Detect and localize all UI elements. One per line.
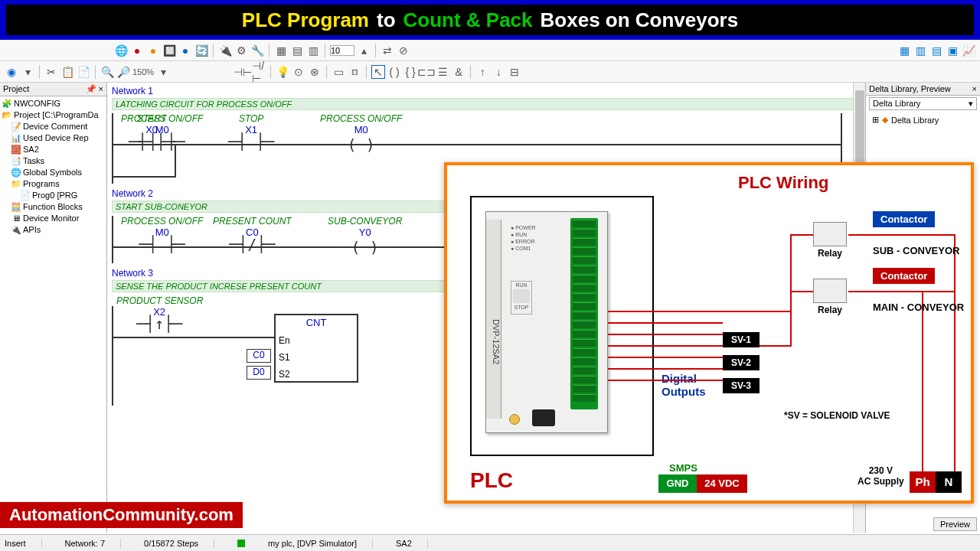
box-icon[interactable]: ▭ [332,65,345,79]
plc-jack [509,414,520,425]
tree-item[interactable]: 🌐Global Symbols [2,167,105,178]
gnd-box: GND [658,474,697,493]
zoom-caret-icon[interactable]: ▾ [156,65,170,79]
tree-item[interactable]: 🖥Device Monitor [2,213,105,224]
zoom-out-icon[interactable]: 🔎 [116,65,130,79]
banner-w4: Boxes on Conveyors [541,8,739,32]
record-icon[interactable]: ◉ [5,65,18,79]
win3-icon[interactable]: ▤ [929,44,943,57]
plc-label: PLC [470,468,513,493]
copy-icon[interactable]: 📋 [60,65,74,79]
plc-terminals [570,218,598,409]
zoom-in-icon[interactable]: 🔍 [100,65,114,79]
status-cpu: SA2 [396,539,428,548]
cursor-icon[interactable]: ↖ [371,65,385,79]
lib-root-item[interactable]: ⊞◆Delta Library [866,112,980,128]
vdc-box: 24 VDC [697,474,747,493]
connect-icon[interactable]: ⇄ [381,44,394,57]
contact-no-icon[interactable]: ─┤ ├─ [121,135,203,148]
preview-tab[interactable]: Preview [933,517,977,531]
gear-icon[interactable]: ⚙ [234,44,248,57]
coil-icon[interactable]: ─( )─ [320,135,402,154]
orange-dot-icon[interactable]: ● [146,44,160,57]
wire-up-icon[interactable]: ↑ [475,65,489,79]
globe-icon[interactable]: 🌐 [114,44,128,57]
spin-up-icon[interactable]: ▴ [357,44,371,57]
contact-no-icon[interactable]: ─┤ ├─ [121,238,203,250]
status-network: Network: 7 [65,539,122,548]
plc-port [532,409,555,426]
plc-device: DVP-12SA2 ● POWER ● RUN ● ERROR ● COM1 R… [485,211,608,433]
compile-icon[interactable]: ▦ [274,44,288,57]
status-mode: Insert [5,539,42,548]
contactor2: Contactor [873,268,935,284]
tree-item[interactable]: 🧮Function Blocks [2,201,105,213]
contact-no-icon[interactable]: ─┤ ├─ [228,135,274,148]
red-dot-icon[interactable]: ● [130,44,144,57]
sv3-box: SV-3 [723,378,760,393]
contact-nc-icon[interactable]: ─┤/├─ [213,238,292,250]
ph-box: Ph [910,471,936,493]
dash-icon[interactable]: ⊘ [397,44,410,57]
project-tree[interactable]: 🧩NWCONFIG📂Project [C:\ProgramDa📝Device C… [0,96,106,237]
tree-item[interactable]: 🔌APIs [2,224,105,236]
plug-icon[interactable]: 🔌 [218,44,232,57]
contact-rise-icon[interactable]: ─┤↑├─ [136,318,182,330]
tree-item[interactable]: 📑Tasks [2,155,105,167]
banner-w3: Count & Pack [403,8,533,32]
refresh-icon[interactable]: 🔄 [194,44,208,57]
tree-item[interactable]: 🧱SA2 [2,144,105,155]
comp-icon[interactable]: ⧈ [348,65,361,79]
status-device: my plc, [DVP Simulator] [268,539,373,548]
bulb-icon[interactable]: ⊛ [308,65,322,79]
tree-item[interactable]: 🧩NWCONFIG [2,98,105,109]
tree-item[interactable]: 📄Prog0 [PRG [2,190,105,201]
paste-icon[interactable]: 📄 [77,65,90,79]
zoom-level[interactable]: 150% [132,67,154,77]
graph-icon[interactable]: 📈 [962,44,975,57]
cont-nc-icon[interactable]: { } [403,65,417,79]
layers-icon[interactable]: ▤ [290,44,304,57]
cut-icon[interactable]: ✂ [44,65,58,79]
cont-no-icon[interactable]: ( ) [387,65,401,79]
pin-c0[interactable]: C0 [247,349,271,363]
chip-icon[interactable]: 🔲 [162,44,176,57]
lib-combo[interactable]: Delta Library▾ [869,97,977,110]
tree-item[interactable]: 📊Used Device Rep [2,132,105,144]
ld1-icon[interactable]: ⊣⊢ [236,65,250,79]
fall-icon[interactable]: ☰ [436,65,449,79]
lib-close-icon[interactable]: × [972,84,977,93]
lamp-icon[interactable]: 💡 [276,65,289,79]
contactor1: Contactor [873,211,935,227]
panel-pin-icon[interactable]: 📌 × [86,84,103,94]
project-title: Project [3,84,29,94]
spin-value[interactable] [330,45,354,56]
main-conv-label: MAIN - CONVEYOR [873,302,964,313]
caret-icon[interactable]: ▾ [21,65,34,79]
wrench-icon[interactable]: 🔧 [250,44,264,57]
digital-outputs-label: Digital Outputs [662,372,706,398]
ld2-icon[interactable]: ⊣/⊢ [252,65,266,79]
wire-row-icon[interactable]: ⊟ [508,65,521,79]
win4-icon[interactable]: ▣ [946,44,959,57]
lib-title: Delta Library, Preview [869,84,951,93]
toolbar-bottom: ◉ ▾ ✂ 📋 📄 🔍 🔎 150% ▾ ⊣⊢ ⊣/⊢ 💡 ⊙ ⊛ ▭ ⧈ ↖ … [0,61,980,83]
tree-item[interactable]: 📂Project [C:\ProgramDa [2,109,105,121]
net1-comment: LATCHING CIRCUIT FOR PROCESS ON/OFF [112,98,858,110]
tree-item[interactable]: 📁Programs [2,178,105,190]
pin-d0[interactable]: D0 [247,366,271,380]
cnt-block[interactable]: CNT En S1 S2 [274,314,358,383]
win1-icon[interactable]: ▦ [897,44,911,57]
and-icon[interactable]: & [452,65,466,79]
build-icon[interactable]: ▥ [306,44,320,57]
coil-icon[interactable]: ─( )─ [328,238,402,256]
sv-note: *SV = SOLENOID VALVE [784,410,890,421]
blue-dot-icon[interactable]: ● [178,44,192,57]
win2-icon[interactable]: ▥ [913,44,927,57]
out-icon[interactable]: ⊙ [292,65,305,79]
rise-icon[interactable]: ⊏⊐ [420,65,433,79]
tree-item[interactable]: 📝Device Comment [2,121,105,132]
status-bar: Insert Network: 7 0/15872 Steps my plc, … [0,534,980,551]
wire-dn-icon[interactable]: ↓ [492,65,505,79]
ac-label: 230 V AC Supply [858,465,904,487]
